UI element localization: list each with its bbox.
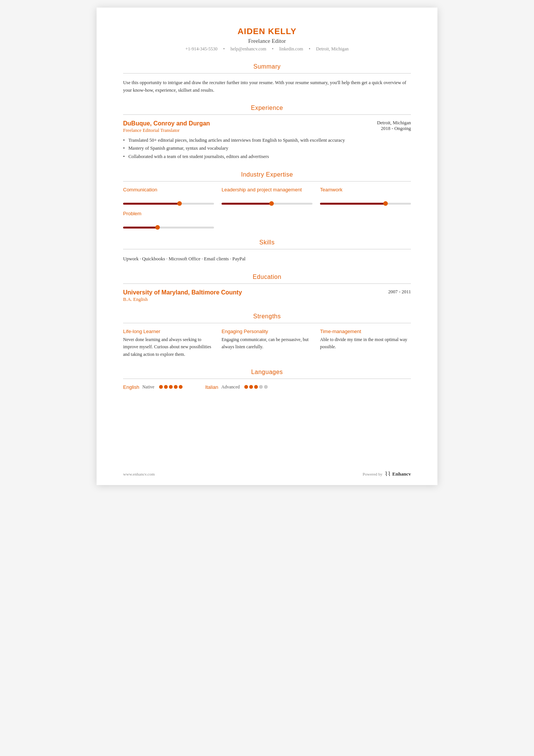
- edu-date: 2007 - 2011: [388, 289, 411, 295]
- skill-bar-dot-0: [177, 201, 182, 206]
- edu-right: 2007 - 2011: [388, 289, 411, 295]
- bullet-2: Mastery of Spanish grammar, syntax and v…: [123, 144, 411, 152]
- experience-divider: [123, 114, 411, 115]
- skill-bar-fill-0: [123, 203, 180, 205]
- skill-bar-fill-3: [123, 227, 158, 229]
- exp-role: Freelance Editorial Translator: [123, 128, 210, 133]
- language-name-0: English: [123, 384, 139, 390]
- edu-degree: B.A. English: [123, 297, 242, 302]
- strengths-section: Strengths Life-long Learner Never done l…: [123, 313, 411, 358]
- language-dots-1: [244, 385, 268, 389]
- language-item-1: Italian Advanced: [205, 384, 268, 390]
- strength-title-0: Life-long Learner: [123, 329, 214, 334]
- summary-title: Summary: [123, 63, 411, 70]
- expertise-divider: [123, 181, 411, 182]
- strength-item-2: Time-management Able to divide my time i…: [320, 329, 411, 358]
- powered-by-label: Powered by: [363, 472, 383, 476]
- skills-section: Skills Upwork · Quickbooks · Microsoft O…: [123, 239, 411, 263]
- location: Detroit, Michigan: [316, 46, 348, 52]
- expertise-item-1: Leadership and project management: [222, 187, 312, 205]
- footer-powered: Powered by ⌇⌇ Enhancv: [363, 470, 411, 477]
- dot-it-3: [254, 385, 258, 389]
- bullet-3: Collaborated with a team of ten student …: [123, 153, 411, 161]
- logo-brand: Enhancv: [392, 471, 411, 477]
- email: help@enhancv.com: [231, 46, 267, 52]
- expertise-item-2: Teamwork: [320, 187, 411, 205]
- summary-divider: [123, 73, 411, 74]
- expertise-label-2: Teamwork: [320, 187, 411, 200]
- dot-it-2: [249, 385, 253, 389]
- education-section: Education University of Maryland, Baltim…: [123, 274, 411, 302]
- separator1: •: [223, 46, 225, 52]
- dot-it-5: [264, 385, 268, 389]
- skills-text: Upwork · Quickbooks · Microsoft Office ·…: [123, 255, 411, 263]
- skill-bar-dot-2: [383, 201, 388, 206]
- expertise-title: Industry Expertise: [123, 171, 411, 178]
- skill-bar-dot-1: [269, 201, 274, 206]
- language-level-0: Native: [142, 384, 155, 390]
- strength-text-1: Engaging communicator, can be persuasive…: [222, 336, 312, 351]
- strength-item-0: Life-long Learner Never done learning an…: [123, 329, 214, 358]
- exp-location: Detroit, Michigan: [377, 120, 411, 126]
- strengths-divider: [123, 323, 411, 323]
- experience-title: Experience: [123, 105, 411, 111]
- language-name-1: Italian: [205, 384, 219, 390]
- dot-it-4: [259, 385, 263, 389]
- expertise-label-0: Communication: [123, 187, 214, 200]
- strength-text-2: Able to divide my time in the most optim…: [320, 336, 411, 351]
- exp-left: DuBuque, Conroy and Durgan Freelance Edi…: [123, 120, 210, 133]
- expertise-grid: Communication Leadership and project man…: [123, 187, 411, 229]
- strength-item-1: Engaging Personality Engaging communicat…: [222, 329, 312, 358]
- dot-en-3: [169, 385, 173, 389]
- languages-divider: [123, 379, 411, 379]
- skill-bar-track-3: [123, 227, 214, 229]
- strengths-grid: Life-long Learner Never done learning an…: [123, 329, 411, 358]
- strength-title-1: Engaging Personality: [222, 329, 312, 334]
- footer: www.enhancv.com Powered by ⌇⌇ Enhancv: [123, 470, 411, 477]
- skill-bar-track-2: [320, 203, 411, 205]
- expertise-section: Industry Expertise Communication Leaders…: [123, 171, 411, 229]
- skill-bar-track-1: [222, 203, 312, 205]
- exp-bullets: Translated 50+ editorial pieces, includi…: [123, 136, 411, 161]
- skills-title: Skills: [123, 239, 411, 246]
- separator2: •: [272, 46, 273, 52]
- language-item-0: English Native: [123, 384, 183, 390]
- contact-info: +1-914-345-5530 • help@enhancv.com • lin…: [123, 46, 411, 52]
- skill-bar-fill-1: [222, 203, 272, 205]
- edu-header: University of Maryland, Baltimore County…: [123, 289, 411, 302]
- strengths-title: Strengths: [123, 313, 411, 320]
- edu-left: University of Maryland, Baltimore County…: [123, 289, 242, 302]
- strength-text-0: Never done learning and always seeking t…: [123, 336, 214, 358]
- language-dots-0: [159, 385, 183, 389]
- exp-date: 2018 - Ongoing: [377, 126, 411, 131]
- expertise-item-0: Communication: [123, 187, 214, 205]
- dot-en-4: [174, 385, 178, 389]
- skills-divider: [123, 249, 411, 249]
- experience-section: Experience DuBuque, Conroy and Durgan Fr…: [123, 105, 411, 161]
- phone: +1-914-345-5530: [186, 46, 218, 52]
- exp-company: DuBuque, Conroy and Durgan: [123, 120, 210, 127]
- enhancv-logo: ⌇⌇ Enhancv: [385, 470, 411, 477]
- language-level-1: Advanced: [221, 384, 240, 390]
- separator3: •: [309, 46, 310, 52]
- bullet-1: Translated 50+ editorial pieces, includi…: [123, 136, 411, 144]
- education-title: Education: [123, 274, 411, 280]
- dot-en-1: [159, 385, 163, 389]
- expertise-label-3: Problem: [123, 211, 214, 224]
- dot-en-5: [179, 385, 183, 389]
- exp-right: Detroit, Michigan 2018 - Ongoing: [377, 120, 411, 131]
- resume-page: AIDEN KELLY Freelance Editor +1-914-345-…: [97, 8, 437, 485]
- summary-section: Summary Use this opportunity to intrigue…: [123, 63, 411, 94]
- summary-text: Use this opportunity to intrigue and dra…: [123, 79, 411, 94]
- dot-en-2: [164, 385, 168, 389]
- logo-icon: ⌇⌇: [385, 470, 391, 477]
- expertise-label-1: Leadership and project management: [222, 187, 312, 200]
- skill-bar-fill-2: [320, 203, 386, 205]
- education-divider: [123, 283, 411, 284]
- skill-bar-dot-3: [155, 225, 160, 230]
- header: AIDEN KELLY Freelance Editor +1-914-345-…: [123, 27, 411, 52]
- footer-url: www.enhancv.com: [123, 472, 155, 476]
- skill-bar-track-0: [123, 203, 214, 205]
- candidate-name: AIDEN KELLY: [123, 27, 411, 36]
- candidate-title: Freelance Editor: [123, 38, 411, 44]
